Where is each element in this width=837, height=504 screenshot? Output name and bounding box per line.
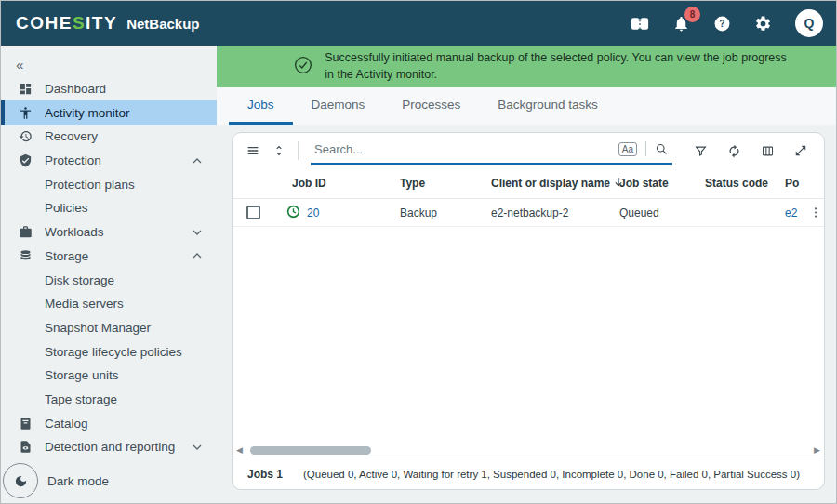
sidebar-item-protection[interactable]: Protection (1, 149, 217, 173)
filter-funnel-icon[interactable] (694, 144, 708, 158)
sidebar-item-storage-units[interactable]: Storage units (1, 364, 217, 388)
banner-message: Successfully initiated manual backup of … (325, 50, 787, 83)
chevron-up-icon (193, 158, 202, 164)
jobs-summary-footer: Jobs 1 (Queued 0, Active 0, Waiting for … (232, 458, 824, 489)
sidebar-item-storage-lifecycle-policies[interactable]: Storage lifecycle policies (1, 339, 217, 364)
column-header-job-state[interactable]: Job state (604, 177, 692, 190)
sidebar-item-workloads[interactable]: Workloads (1, 220, 217, 245)
search-input[interactable] (314, 142, 618, 156)
tab-label: Jobs (247, 98, 274, 112)
tab-daemons[interactable]: Daemons (293, 87, 384, 125)
activity-monitor-icon (18, 105, 33, 121)
license-ticket-icon[interactable] (631, 17, 649, 31)
sidebar-nav: « Dashboard Activity monitor Recovery Pr… (1, 46, 217, 503)
table-body-empty-space (232, 227, 824, 443)
detection-report-eye-icon (18, 439, 33, 455)
sidebar-item-label: Catalog (45, 417, 88, 431)
columns-icon[interactable] (761, 144, 775, 158)
row-checkbox[interactable] (246, 206, 260, 219)
sidebar-item-detection-and-reporting[interactable]: Detection and reporting (1, 435, 217, 459)
sidebar-item-label: Recovery (45, 129, 98, 143)
user-avatar[interactable]: Q (795, 9, 823, 37)
scrollbar-track[interactable] (243, 445, 814, 455)
table-row[interactable]: 20 Backup e2-netbackup-2 Queued e2 (232, 199, 824, 227)
sidebar-item-label: Dashboard (45, 82, 106, 96)
sidebar-item-label: Storage (45, 249, 88, 263)
scroll-right-arrow[interactable]: ▶ (814, 446, 820, 455)
settings-gear-icon[interactable] (754, 15, 772, 33)
tab-label: Background tasks (498, 98, 597, 112)
search-field: Aa (311, 137, 672, 165)
header-actions: 8 ? Q (631, 9, 823, 37)
match-case-toggle[interactable]: Aa (618, 142, 637, 156)
tab-jobs[interactable]: Jobs (229, 87, 293, 125)
tab-label: Processes (402, 98, 460, 112)
sidebar-item-dashboard[interactable]: Dashboard (1, 77, 217, 101)
scrollbar-thumb[interactable] (250, 446, 371, 455)
sidebar-item-snapshot-manager[interactable]: Snapshot Manager (1, 316, 217, 340)
column-header-policy[interactable]: Po (774, 177, 805, 190)
tab-label: Daemons (312, 98, 365, 112)
sidebar-item-label: Disk storage (45, 273, 114, 287)
refresh-icon[interactable] (727, 144, 741, 158)
tab-bar: Jobs Daemons Processes Background tasks (217, 87, 836, 125)
table-header-row: Job ID Type Client or display name Job s… (232, 168, 824, 199)
dark-mode-toggle[interactable]: Dark mode (1, 459, 217, 503)
chevron-down-icon (193, 444, 202, 450)
dark-mode-label: Dark mode (47, 474, 109, 488)
expand-fullscreen-icon[interactable] (794, 144, 807, 157)
sidebar-item-policies[interactable]: Policies (1, 196, 217, 220)
column-header-type[interactable]: Type (381, 177, 472, 190)
sidebar-item-label: Media servers (45, 297, 124, 311)
toolbar-divider (298, 141, 299, 160)
column-header-job-id[interactable]: Job ID (273, 177, 381, 190)
brand-s-glyph: S (73, 13, 86, 33)
sidebar-item-label: Protection plans (45, 178, 135, 192)
brand-prefix: COHE (16, 13, 73, 33)
sidebar-item-label: Workloads (45, 225, 104, 239)
job-queued-clock-icon (286, 205, 300, 221)
sidebar-item-media-servers[interactable]: Media servers (1, 292, 217, 316)
notifications-bell-icon[interactable]: 8 (672, 15, 690, 33)
banner-line2: in the Activity monitor. (325, 67, 787, 84)
view-menu-icon[interactable] (246, 143, 260, 158)
success-banner: Successfully initiated manual backup of … (217, 46, 836, 87)
tab-background-tasks[interactable]: Background tasks (479, 87, 616, 125)
help-icon[interactable]: ? (713, 15, 731, 33)
sidebar-item-disk-storage[interactable]: Disk storage (1, 268, 217, 292)
policy-link-cell[interactable]: e2 (774, 206, 805, 219)
collapse-chevrons-icon: « (16, 57, 23, 73)
column-header-status-code[interactable]: Status code (692, 177, 774, 190)
content-area: Aa Job ID (217, 125, 836, 503)
scroll-left-arrow[interactable]: ◀ (236, 446, 243, 455)
app-window: COHESITY NetBackup 8 ? Q « (0, 0, 837, 504)
sidebar-item-label: Storage lifecycle policies (45, 345, 182, 359)
sidebar-item-storage[interactable]: Storage (1, 245, 217, 269)
sidebar-item-label: Storage units (45, 368, 119, 382)
brand-suffix: ITY (86, 13, 117, 33)
svg-text:?: ? (719, 19, 724, 29)
column-header-label: Client or display name (491, 177, 610, 190)
row-kebab-menu[interactable] (805, 206, 825, 219)
workloads-briefcase-icon (18, 224, 33, 240)
brand-logo: COHESITY NetBackup (16, 13, 200, 33)
sidebar-item-activity-monitor[interactable]: Activity monitor (1, 100, 217, 125)
jobs-count-label: Jobs 1 (247, 468, 283, 481)
recovery-restore-icon (18, 128, 33, 144)
jobs-summary-text: (Queued 0, Active 0, Waiting for retry 1… (303, 469, 800, 480)
sidebar-item-label: Policies (45, 201, 88, 215)
sidebar-item-recovery[interactable]: Recovery (1, 125, 217, 149)
job-id-link[interactable]: 20 (307, 206, 319, 219)
client-name-cell: e2-netbackup-2 (472, 206, 604, 219)
search-icon[interactable] (655, 142, 669, 156)
banner-line1: Successfully initiated manual backup of … (325, 50, 787, 67)
column-header-client[interactable]: Client or display name (472, 177, 604, 190)
sidebar-item-catalog[interactable]: Catalog (1, 411, 217, 435)
sidebar-item-protection-plans[interactable]: Protection plans (1, 172, 217, 196)
tab-processes[interactable]: Processes (383, 87, 479, 125)
unfold-rows-icon[interactable] (272, 143, 286, 158)
sidebar-item-tape-storage[interactable]: Tape storage (1, 388, 217, 412)
table-toolbar: Aa (232, 133, 824, 168)
storage-database-icon (18, 248, 33, 264)
sidebar-collapse-button[interactable]: « (1, 53, 217, 77)
